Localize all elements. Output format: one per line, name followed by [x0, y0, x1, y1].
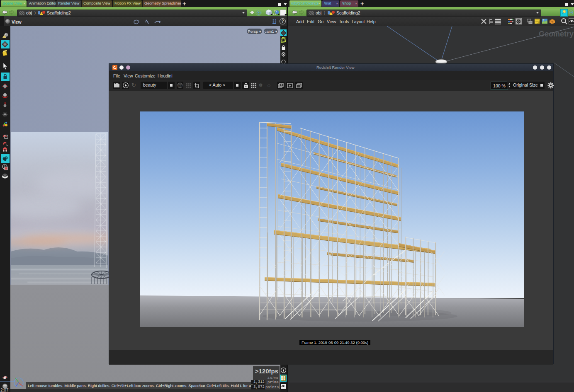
svg-text:RGB: RGB: [178, 85, 182, 87]
